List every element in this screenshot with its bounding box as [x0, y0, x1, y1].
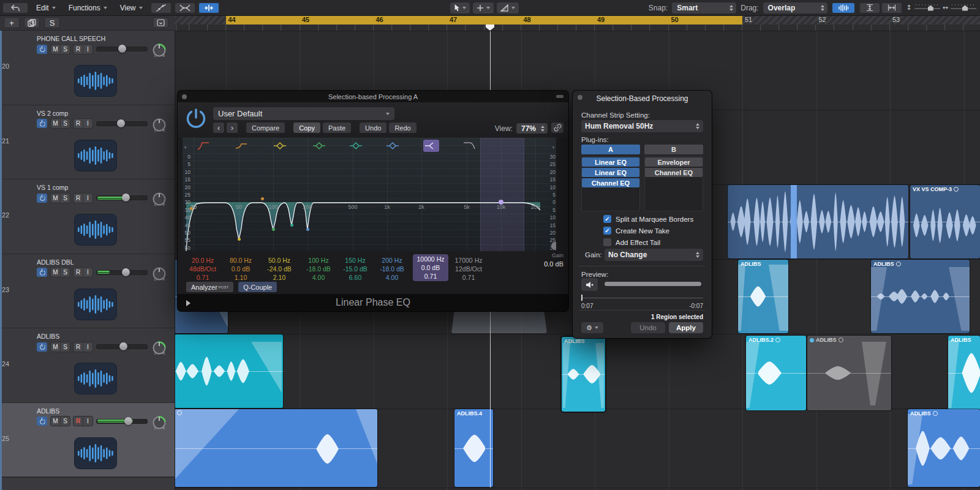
q-couple-button[interactable]: Q-Couple [238, 282, 277, 292]
pan-knob[interactable]: LR [151, 116, 167, 132]
waveform-zoom-button[interactable] [832, 2, 855, 13]
previous-preset-button[interactable]: ‹ [213, 123, 224, 133]
track-on-button[interactable] [37, 194, 47, 203]
solo-button[interactable]: S [61, 342, 70, 352]
add-track-button[interactable]: + [4, 17, 20, 28]
link-button[interactable] [551, 123, 564, 133]
fader-knob[interactable] [122, 194, 130, 202]
collapse-icon[interactable] [556, 95, 564, 98]
solo-button[interactable]: S [61, 268, 70, 277]
input-monitor-button[interactable]: I [83, 194, 92, 203]
track-on-button[interactable] [37, 342, 47, 352]
gain-select[interactable]: No Change [605, 249, 703, 261]
fader-knob[interactable] [118, 45, 126, 53]
undo-history-button[interactable] [2, 2, 28, 13]
audio-region[interactable]: ADLIBS.2 [746, 336, 806, 410]
volume-fader[interactable] [96, 344, 148, 349]
gain-wheel[interactable] [551, 242, 556, 250]
plugin-slot[interactable]: Linear EQ [582, 168, 639, 177]
volume-fader[interactable] [96, 121, 148, 126]
band-handle[interactable] [499, 200, 503, 205]
next-preset-button[interactable]: › [227, 123, 238, 133]
pointer-tool-menu[interactable] [450, 2, 470, 13]
plugin-power-icon[interactable] [184, 106, 208, 130]
band-1-icon[interactable] [195, 140, 211, 152]
band-handle[interactable] [190, 207, 193, 210]
mute-button[interactable]: M [51, 342, 61, 352]
audio-region[interactable] [728, 185, 908, 258]
vertical-auto-zoom-button[interactable] [859, 2, 880, 13]
volume-fader[interactable] [96, 195, 148, 200]
band-5-readout[interactable]: 150 Hz-15.0 dB6.60 [337, 256, 373, 282]
vertical-zoom-slider[interactable] [914, 4, 940, 12]
track-on-button[interactable] [37, 417, 47, 426]
marquee-catch-button[interactable] [198, 2, 219, 13]
preview-progress-line[interactable] [581, 298, 703, 298]
band-8-readout[interactable]: 17000 Hz12dB/Oct0.71 [451, 256, 486, 282]
band-handle[interactable] [261, 197, 264, 200]
track-on-button[interactable] [37, 45, 47, 54]
solo-mode-button[interactable]: S [44, 17, 60, 28]
band-3-readout[interactable]: 50.0 Hz-24.0 dB2.10 [262, 256, 297, 282]
audio-region[interactable]: ADLIBS [738, 260, 788, 333]
disclosure-triangle-icon[interactable] [186, 300, 190, 306]
fader-knob[interactable] [117, 119, 125, 127]
record-enable-button[interactable]: R [74, 268, 83, 277]
plugin-window-titlebar[interactable]: Selection-based Processing A [178, 91, 568, 102]
bar-ruler[interactable]: 44454647484950515253 [175, 15, 980, 31]
solo-button[interactable]: S [61, 417, 70, 426]
solo-button[interactable]: S [61, 119, 70, 128]
band-7-icon[interactable] [423, 140, 439, 152]
band-handle[interactable] [306, 228, 309, 231]
solo-button[interactable]: S [61, 194, 70, 203]
action-menu-button[interactable]: ⚙ [581, 322, 603, 333]
track-header-adlibs-dbl[interactable]: 23ADLIBS DBLMSRILR [0, 254, 175, 329]
horizontal-auto-zoom-button[interactable] [881, 2, 902, 13]
track-on-button[interactable] [37, 119, 47, 128]
audio-region[interactable]: ADLIBS [871, 260, 970, 333]
channel-strip-select[interactable]: Hum Removal 50Hz [581, 120, 703, 132]
fader-knob[interactable] [122, 268, 130, 276]
undo-button[interactable]: Undo [631, 322, 665, 333]
pan-knob[interactable]: LR [151, 42, 167, 58]
mute-button[interactable]: M [51, 417, 61, 426]
close-icon[interactable] [182, 94, 187, 99]
eq-graph[interactable]: + + - - 20501002005001k2k5k10k20k0510152… [183, 138, 556, 251]
band-4-icon[interactable] [311, 140, 327, 152]
band-handle[interactable] [290, 224, 293, 227]
band-1-readout[interactable]: 20.0 Hz48dB/Oct0.71 [185, 256, 221, 282]
record-enable-button[interactable]: R [74, 194, 83, 203]
band-4-readout[interactable]: 100 Hz-18.0 dB4.00 [301, 256, 336, 282]
input-monitor-button[interactable]: I [83, 342, 92, 352]
band-handle[interactable] [272, 228, 275, 231]
tab-a[interactable]: A [581, 145, 640, 154]
band-3-icon[interactable] [272, 140, 288, 152]
audio-region[interactable]: ADLIBS [948, 336, 980, 410]
duplicate-track-button[interactable] [24, 17, 40, 28]
preview-volume-slider[interactable] [605, 282, 701, 286]
mute-button[interactable]: M [51, 268, 61, 277]
menu-functions[interactable]: Functions [64, 0, 112, 15]
band-5-icon[interactable] [348, 140, 364, 152]
input-monitor-button[interactable]: I [83, 268, 92, 277]
track-header-phone-call-speech[interactable]: 20PHONE CALL SPEECHMSRILR [0, 31, 175, 105]
band-7-readout[interactable]: 10000 Hz0.0 dB0.71 [413, 254, 448, 281]
input-monitor-button[interactable]: I [83, 417, 92, 426]
input-monitor-button[interactable]: I [83, 119, 92, 128]
apply-button[interactable]: Apply [669, 322, 703, 333]
audio-region[interactable]: ADLIBS [908, 409, 980, 487]
checkbox-add-effect-tail[interactable] [603, 238, 611, 246]
solo-button[interactable]: S [61, 45, 70, 54]
record-enable-button[interactable]: R [74, 119, 83, 128]
plugin-slot[interactable]: Linear EQ [582, 157, 639, 167]
volume-fader[interactable] [96, 270, 148, 275]
copy-button[interactable]: Copy [293, 123, 320, 133]
crossfade-button[interactable] [175, 2, 195, 13]
record-enable-button[interactable]: R [74, 342, 83, 352]
redo-button[interactable]: Redo [389, 123, 416, 133]
compare-button[interactable]: Compare [246, 123, 285, 133]
pan-knob[interactable]: LR [151, 265, 167, 281]
band-2-readout[interactable]: 80.0 Hz0.0 dB1.10 [223, 256, 258, 282]
fader-knob[interactable] [124, 417, 132, 425]
master-gain-readout[interactable]: Gain0.0 dB [529, 252, 566, 268]
